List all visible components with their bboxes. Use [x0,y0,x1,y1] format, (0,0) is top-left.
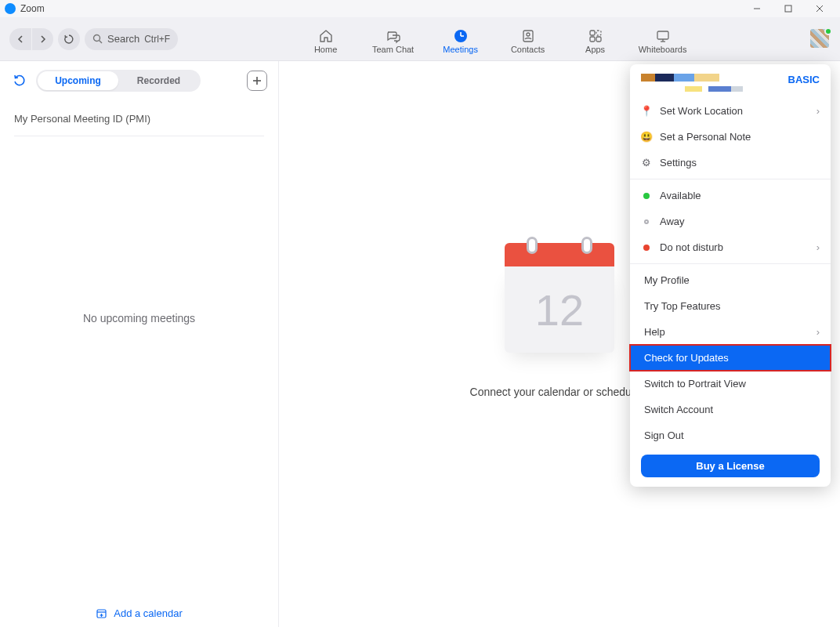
item-label: Settings [660,157,697,169]
navbar: Search Ctrl+F Home Team Chat Meetings Co… [0,17,840,61]
settings[interactable]: ⚙ Settings [630,150,831,176]
try-top-features[interactable]: Try Top Features [630,293,831,319]
whiteboard-icon [654,27,672,45]
item-label: Sign Out [644,429,684,441]
svg-rect-12 [590,37,595,42]
status-dnd[interactable]: Do not disturb › [630,234,831,260]
dropdown-header: BASIC [630,64,831,98]
add-meeting-button[interactable] [247,71,267,91]
window-controls [741,0,835,17]
status-available[interactable]: Available [630,183,831,208]
nav-label: Meetings [443,45,478,54]
profile-avatar-button[interactable] [810,29,831,49]
nav-whiteboards[interactable]: Whiteboards [638,24,688,54]
nav-history-buttons [9,28,53,50]
calendar-illustration: 12 [505,243,614,361]
buy-license-button[interactable]: Buy a License [641,455,820,477]
set-work-location[interactable]: 📍 Set Work Location › [630,98,831,124]
nav-label: Whiteboards [639,45,687,54]
sign-out[interactable]: Sign Out [630,422,831,448]
gear-icon: ⚙ [641,157,652,169]
nav-apps[interactable]: Apps [570,24,621,54]
no-meetings-text: No upcoming meetings [0,312,278,324]
item-label: Switch to Portrait View [644,378,746,390]
refresh-button[interactable] [11,72,28,89]
nav-team-chat[interactable]: Team Chat [368,24,418,54]
window-close-button[interactable] [804,0,835,17]
svg-rect-14 [596,31,601,35]
connect-calendar-text: Connect your calendar or schedule a [470,386,650,398]
nav-label: Apps [585,45,605,54]
nav-history-button[interactable] [58,28,80,50]
toggle-upcoming[interactable]: Upcoming [38,71,118,90]
status-away[interactable]: Away [630,208,831,234]
nav-right [810,29,831,49]
location-icon: 📍 [641,105,652,117]
separator [630,263,831,264]
profile-email-redacted [685,86,743,92]
nav-left: Search Ctrl+F [9,28,178,50]
search-shortcut: Ctrl+F [144,34,170,45]
contacts-icon [520,27,537,45]
window-maximize-button[interactable] [773,0,804,17]
chevron-right-icon: › [816,105,820,117]
my-profile[interactable]: My Profile [630,267,831,293]
nav-home[interactable]: Home [301,24,351,54]
search-box[interactable]: Search Ctrl+F [85,28,178,50]
nav-label: Home [314,45,337,54]
meetings-icon [452,27,469,45]
add-calendar-button[interactable]: Add a calendar [0,607,278,619]
set-personal-note[interactable]: 😃 Set a Personal Note [630,124,831,150]
calendar-plus-icon [96,607,107,619]
cta-label: Buy a License [696,460,764,472]
item-label: Available [660,190,701,201]
separator [630,179,831,179]
profile-name-redacted [641,74,719,82]
item-label: Help [644,326,665,338]
pmi-label: My Personal Meeting ID (PMI) [14,113,150,125]
check-for-updates[interactable]: Check for Updates [630,345,831,371]
item-label: Away [660,216,685,227]
chat-icon [385,27,402,45]
search-label: Search [107,33,139,45]
sidebar: Upcoming Recorded My Personal Meeting ID… [0,61,279,627]
plan-badge: BASIC [788,74,820,85]
help[interactable]: Help› [630,319,831,345]
item-label: Set Work Location [660,105,743,117]
svg-point-4 [94,35,100,42]
svg-rect-13 [596,37,601,42]
window-minimize-button[interactable] [741,0,773,17]
pmi-row[interactable]: My Personal Meeting ID (PMI) [0,100,278,136]
svg-rect-1 [785,5,791,12]
smile-icon: 😃 [641,131,652,143]
sidebar-top: Upcoming Recorded [0,61,278,100]
nav-label: Team Chat [372,45,414,54]
item-label: Switch Account [644,404,713,415]
chevron-right-icon: › [816,326,820,338]
nav-meetings[interactable]: Meetings [436,24,486,54]
profile-dropdown: BASIC 📍 Set Work Location › 😃 Set a Pers… [630,64,831,487]
nav-back-button[interactable] [9,28,31,50]
svg-point-10 [527,33,530,36]
switch-to-portrait-view[interactable]: Switch to Portrait View [630,371,831,397]
svg-line-5 [100,41,103,44]
svg-rect-15 [657,31,668,39]
svg-rect-11 [590,31,595,35]
nav-forward-button[interactable] [31,28,53,50]
item-label: Do not disturb [660,241,723,253]
switch-account[interactable]: Switch Account [630,397,831,422]
status-available-icon [641,193,652,199]
item-label: Check for Updates [644,352,729,364]
home-icon [317,27,335,45]
status-dnd-icon [641,245,652,251]
calendar-day-number: 12 [505,266,614,353]
nav-label: Contacts [511,45,545,54]
nav-center: Home Team Chat Meetings Contacts Apps Wh… [178,24,810,54]
status-dot-available [824,27,832,35]
titlebar: Zoom [0,0,840,17]
pmi-divider [14,136,264,136]
chevron-right-icon: › [816,241,820,253]
toggle-recorded[interactable]: Recorded [118,71,199,90]
nav-contacts[interactable]: Contacts [503,24,553,54]
search-icon [92,34,103,44]
